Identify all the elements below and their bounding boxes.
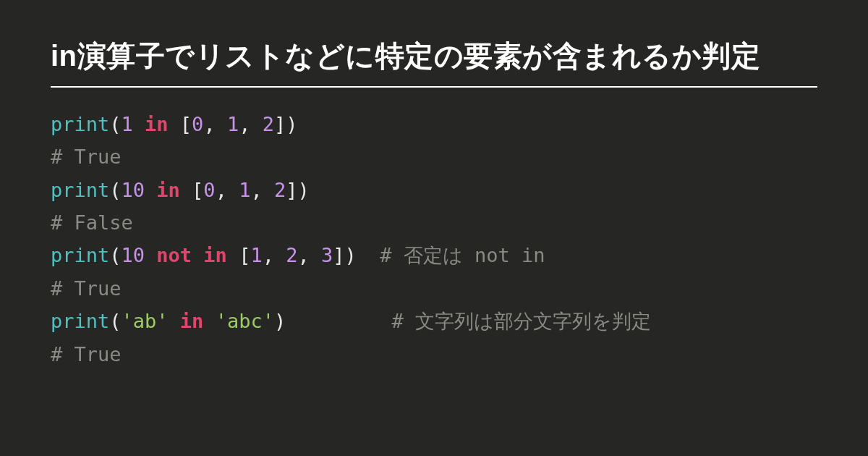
code-line: # True <box>51 140 817 173</box>
code-token: 'abc' <box>216 310 274 332</box>
code-token: , <box>203 113 227 135</box>
code-block: print(1 in [0, 1, 2])# Trueprint(10 in [… <box>51 108 817 371</box>
code-token: , <box>297 244 321 266</box>
code-token: # True <box>51 277 122 300</box>
code-token: in <box>156 179 180 201</box>
code-token: in <box>145 113 169 135</box>
code-token: [ <box>169 113 192 135</box>
code-token: 10 <box>122 244 145 266</box>
code-token: ]) <box>286 179 310 201</box>
code-token: ( <box>109 310 121 332</box>
code-token: , <box>216 179 239 201</box>
code-token: ( <box>109 113 121 135</box>
code-token: [ <box>227 244 251 266</box>
code-token <box>203 310 215 332</box>
code-token: 1 <box>239 179 250 201</box>
code-token: 1 <box>227 113 239 135</box>
page-title: in演算子でリストなどに特定の要素が含まれるか判定 <box>51 36 817 88</box>
code-token: ) <box>274 310 392 332</box>
code-token: 10 <box>122 179 145 201</box>
code-token: , <box>263 244 286 266</box>
code-token: 1 <box>122 113 133 135</box>
code-token: 2 <box>274 179 286 201</box>
code-token: ]) <box>333 244 380 266</box>
code-line: print(10 not in [1, 2, 3]) # 否定は not in <box>51 239 817 271</box>
code-token <box>169 310 180 332</box>
code-token: 0 <box>192 113 203 135</box>
code-token: in <box>180 310 204 332</box>
code-token: ( <box>109 244 121 266</box>
code-token: 'ab' <box>122 310 169 332</box>
code-token: # True <box>51 145 122 168</box>
code-token: ( <box>109 179 121 201</box>
code-token: not in <box>156 244 227 266</box>
code-line: print(1 in [0, 1, 2]) <box>51 108 817 140</box>
code-token: print <box>51 244 109 266</box>
code-line: print(10 in [0, 1, 2]) <box>51 174 817 206</box>
code-line: # False <box>51 206 817 239</box>
code-token: # 文字列は部分文字列を判定 <box>391 310 651 332</box>
code-token <box>145 179 156 201</box>
code-token: # 否定は not in <box>380 244 545 266</box>
code-token: 0 <box>203 179 215 201</box>
code-token: , <box>239 113 263 135</box>
code-token: print <box>51 113 109 135</box>
code-line: # True <box>51 338 817 371</box>
code-token: 3 <box>321 244 333 266</box>
code-token: ]) <box>274 113 298 135</box>
code-token: , <box>250 179 274 201</box>
code-token: print <box>51 310 109 332</box>
code-line: # True <box>51 272 817 305</box>
code-token: 1 <box>250 244 262 266</box>
code-token: 2 <box>263 113 274 135</box>
code-line: print('ab' in 'abc') # 文字列は部分文字列を判定 <box>51 305 817 337</box>
code-token: print <box>51 179 109 201</box>
code-token: [ <box>180 179 204 201</box>
code-token <box>145 244 156 266</box>
code-token <box>133 113 145 135</box>
code-token: # False <box>51 211 133 234</box>
code-token: 2 <box>286 244 297 266</box>
code-token: # True <box>51 343 122 366</box>
